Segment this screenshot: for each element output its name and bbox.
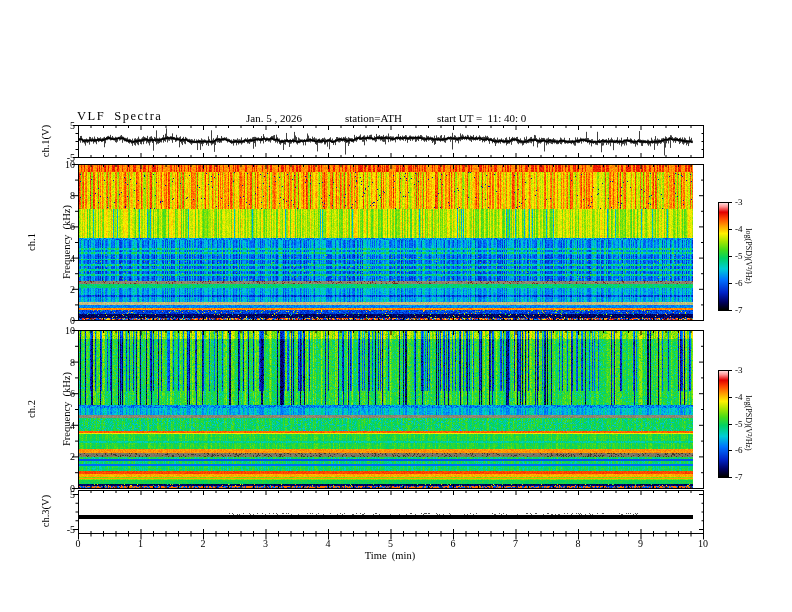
tick-label: 2 xyxy=(70,283,75,294)
tick-label: -6 xyxy=(735,278,743,288)
ch1-wave-ylabel: ch.1(V) xyxy=(40,125,52,157)
tick-label: 4 xyxy=(70,252,75,263)
ylabel-line: Frequency (kHz) xyxy=(61,372,73,446)
ch3-wave-ylabel: ch.3(V) xyxy=(40,495,52,527)
tick-label: 2 xyxy=(70,451,75,462)
tick-label: 1 xyxy=(138,538,143,549)
tick-label: 8 xyxy=(70,356,75,367)
ch2-spec-ylabel: ch.2 Frequency (kHz) xyxy=(3,372,95,446)
tick-label: -7 xyxy=(735,305,743,315)
tick-label: 10 xyxy=(65,325,75,336)
tick-label: -5 xyxy=(735,251,743,261)
tick-label: -7 xyxy=(735,472,743,482)
ylabel-line: ch.2 xyxy=(26,372,38,446)
header-station: station=ATH xyxy=(345,112,402,124)
tick-label: 10 xyxy=(698,538,708,549)
tick-label: 6 xyxy=(70,221,75,232)
tick-label: 5 xyxy=(70,120,75,131)
tick-label: -5 xyxy=(67,524,75,535)
plot-title: VLF Spectra xyxy=(77,109,162,124)
tick-label: 10 xyxy=(65,159,75,170)
x-axis-label: Time (min) xyxy=(365,550,415,561)
colorbar-1-label: log(PSD)(V²/Hz) xyxy=(744,228,753,283)
colorbar-2-label: log(PSD)(V²/Hz) xyxy=(744,395,753,450)
tick-label: 0 xyxy=(76,538,81,549)
tick-label: -4 xyxy=(735,224,743,234)
tick-label: 7 xyxy=(513,538,518,549)
vlf-spectra-figure: VLF Spectra Jan. 5 , 2026 station=ATH st… xyxy=(0,0,792,612)
tick-label: 5 xyxy=(388,538,393,549)
tick-label: 8 xyxy=(576,538,581,549)
tick-label: 9 xyxy=(638,538,643,549)
tick-label: 2 xyxy=(201,538,206,549)
tick-label: -3 xyxy=(735,365,743,375)
tick-label: -3 xyxy=(735,197,743,207)
tick-label: 3 xyxy=(263,538,268,549)
plot-canvas xyxy=(0,0,792,612)
ylabel-line: ch.1 xyxy=(26,205,38,279)
tick-label: 5 xyxy=(70,489,75,500)
tick-label: 4 xyxy=(326,538,331,549)
header-start-ut: start UT = 11: 40: 0 xyxy=(437,112,526,124)
tick-label: -5 xyxy=(735,419,743,429)
ylabel-line: Frequency (kHz) xyxy=(61,205,73,279)
ch1-spec-ylabel: ch.1 Frequency (kHz) xyxy=(3,205,95,279)
tick-label: -4 xyxy=(735,392,743,402)
tick-label: 4 xyxy=(70,419,75,430)
tick-label: 6 xyxy=(70,388,75,399)
header-date: Jan. 5 , 2026 xyxy=(246,112,302,124)
tick-label: 6 xyxy=(451,538,456,549)
tick-label: 8 xyxy=(70,190,75,201)
tick-label: -6 xyxy=(735,445,743,455)
